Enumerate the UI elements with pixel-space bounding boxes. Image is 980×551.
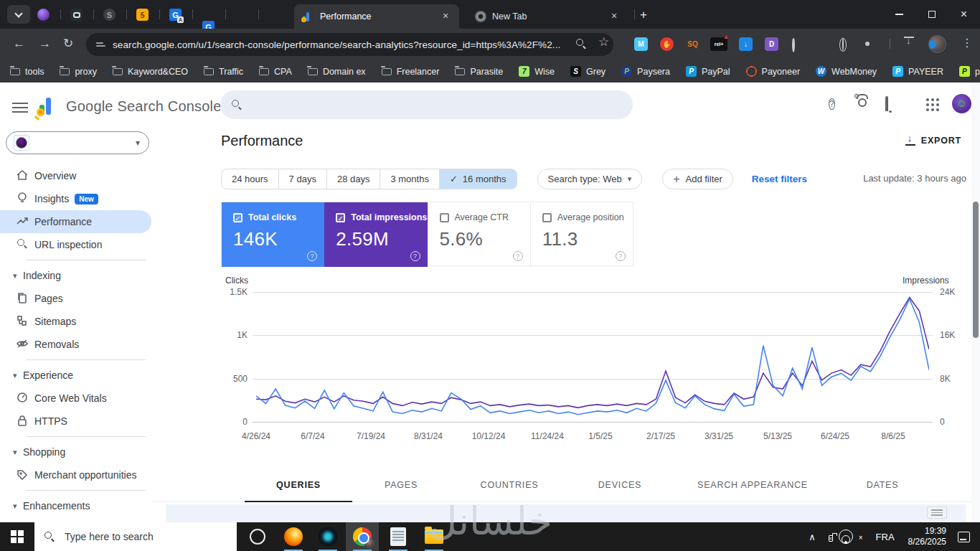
scroll-lines-widget[interactable] [927, 507, 947, 519]
scrollbar-thumb[interactable] [973, 202, 979, 338]
sidebar-item-url-inspection[interactable]: URL inspection [0, 233, 151, 256]
bookmark-payoneer[interactable]: Payoneer [746, 66, 801, 77]
tab-dates[interactable]: DATES [867, 480, 899, 490]
checkbox-checked-icon[interactable]: ✓ [336, 213, 345, 222]
sync-extension-icon[interactable] [792, 39, 795, 52]
bookmark-folder-parasite[interactable]: Parasite [455, 67, 503, 77]
pinned-tab-app-icon[interactable] [70, 9, 83, 21]
close-tab-icon[interactable]: × [608, 10, 621, 23]
pinned-tab-purple-icon[interactable] [37, 9, 50, 21]
globe-icon[interactable] [842, 38, 844, 51]
account-avatar[interactable]: ☺ [952, 94, 971, 113]
gsc-search-input[interactable] [250, 99, 595, 110]
range-3-months[interactable]: 3 months [380, 169, 439, 189]
notifications-bell-icon[interactable] [885, 98, 888, 110]
sidebar-item-insights[interactable]: Insights New [0, 187, 151, 210]
taskbar-chrome-active[interactable] [346, 522, 379, 551]
usb-device-icon[interactable]: × [829, 532, 833, 542]
start-button[interactable] [0, 522, 34, 551]
sidebar-item-performance[interactable]: Performance [0, 210, 151, 233]
task-view-circle-icon[interactable] [250, 529, 265, 545]
pinned-tab-5-icon[interactable]: 5 [136, 9, 149, 21]
export-button[interactable]: EXPORT [905, 136, 961, 146]
zoom-icon[interactable] [576, 39, 586, 52]
tab-search-button[interactable] [7, 5, 30, 24]
sidebar-section-indexing[interactable]: ▾ Indexing [0, 264, 151, 287]
address-bar[interactable]: search.google.com/u/1/search-console/per… [86, 33, 613, 56]
bookmark-folder-cpa[interactable]: CPA [259, 67, 292, 77]
search-type-dropdown[interactable]: Search type: Web ▾ [537, 169, 643, 189]
range-16-months-selected[interactable]: ✓16 months [440, 169, 517, 189]
maximize-button[interactable] [915, 0, 948, 29]
help-icon[interactable]: ? [829, 97, 835, 110]
tray-chevron-up-icon[interactable]: ∧ [809, 532, 816, 542]
extension-seoquake-icon[interactable]: SQ [686, 37, 699, 51]
range-28-days[interactable]: 28 days [327, 169, 381, 189]
extension-blocker-icon[interactable]: ✋ [660, 37, 674, 51]
checkbox-empty-icon[interactable] [440, 213, 449, 222]
sidebar-section-experience[interactable]: ▾ Experience [0, 364, 151, 387]
property-selector[interactable]: ▾ [6, 131, 149, 154]
close-window-button[interactable]: × [948, 0, 980, 29]
url-text[interactable]: search.google.com/u/1/search-console/per… [113, 39, 560, 50]
bookmark-paxful[interactable]: Ppaxful [959, 66, 980, 77]
help-icon[interactable]: ? [410, 251, 420, 261]
extension-m-icon[interactable]: M [634, 37, 648, 51]
pinned-tab-s-icon[interactable]: S [103, 9, 116, 21]
reset-filters-link[interactable]: Reset filters [752, 174, 807, 184]
extension-d-icon[interactable]: D [765, 37, 778, 51]
bookmark-folder-domain-ex[interactable]: Domain ex [308, 67, 366, 77]
tab-performance[interactable]: Performance × [294, 4, 459, 29]
taskbar-firefox[interactable] [277, 522, 310, 551]
range-24-hours[interactable]: 24 hours [222, 169, 279, 189]
volume-muted-icon[interactable]: × [859, 532, 863, 542]
sidebar-item-merchant-opportunities[interactable]: Merchant opportunities [0, 463, 151, 486]
browser-menu-kebab-icon[interactable]: ⋮ [961, 36, 973, 50]
tab-devices[interactable]: DEVICES [598, 480, 641, 490]
minimize-button[interactable] [883, 0, 915, 29]
checkbox-checked-icon[interactable]: ✓ [233, 213, 242, 222]
card-average-position[interactable]: Average position 11.3 ? [530, 202, 633, 267]
bookmark-wise[interactable]: 7Wise [519, 66, 555, 77]
taskbar-explorer[interactable] [418, 522, 451, 551]
forward-button[interactable]: → [39, 36, 51, 52]
bookmark-webmoney[interactable]: WWebMoney [816, 66, 877, 77]
page-scrollbar[interactable] [971, 83, 980, 522]
bookmark-payeer[interactable]: PPAYEER [892, 66, 943, 77]
card-total-clicks[interactable]: ✓Total clicks 146K ? [222, 202, 324, 267]
performance-chart[interactable] [256, 290, 929, 426]
checkbox-empty-icon[interactable] [542, 213, 552, 222]
bookmark-folder-traffic[interactable]: Traffic [204, 67, 243, 77]
sidebar-item-removals[interactable]: Removals [0, 333, 151, 356]
back-button[interactable]: ← [13, 36, 25, 52]
sidebar-item-sitemaps[interactable]: Sitemaps [0, 310, 151, 333]
add-filter-button[interactable]: + Add filter [662, 169, 733, 189]
card-total-impressions[interactable]: ✓Total impressions 2.59M ? [324, 202, 427, 267]
taskbar-dark-app[interactable] [311, 522, 344, 551]
tab-countries[interactable]: COUNTRIES [481, 480, 539, 490]
extension-relplus-icon[interactable]: rel+▲ [710, 37, 727, 51]
gsc-search-bar[interactable] [220, 90, 633, 119]
extension-downloader-icon[interactable]: ↓ [739, 37, 753, 51]
bookmark-star-icon[interactable]: ☆ [598, 34, 609, 50]
taskbar-clock[interactable]: 19:39 8/26/2025 [908, 526, 946, 547]
bookmark-grey[interactable]: SGrey [570, 66, 606, 77]
site-settings-icon[interactable] [96, 41, 105, 48]
sidebar-item-pages[interactable]: Pages [0, 287, 151, 310]
taskbar-search-box[interactable]: Type here to search [34, 522, 237, 551]
range-7-days[interactable]: 7 days [279, 169, 327, 189]
bookmark-paysera[interactable]: PPaysera [621, 66, 670, 77]
sidebar-section-shopping[interactable]: ▾ Shopping [0, 441, 151, 463]
profile-avatar[interactable] [928, 35, 946, 53]
taskbar-notepad[interactable] [382, 522, 415, 551]
hamburger-menu-icon[interactable] [12, 100, 28, 116]
reload-button[interactable]: ↻ [63, 36, 73, 52]
tab-pages[interactable]: PAGES [385, 480, 418, 490]
help-icon[interactable]: ? [307, 251, 317, 261]
bookmark-folder-tools[interactable]: tools [10, 67, 44, 77]
sidebar-item-core-web-vitals[interactable]: Core Web Vitals [0, 387, 151, 410]
language-indicator[interactable]: FRA [876, 532, 895, 542]
bookmark-folder-freelancer[interactable]: Freelancer [382, 67, 440, 77]
tab-new-tab[interactable]: New Tab × [466, 4, 628, 29]
sidebar-section-enhancements[interactable]: ▾ Enhancements [0, 494, 151, 517]
